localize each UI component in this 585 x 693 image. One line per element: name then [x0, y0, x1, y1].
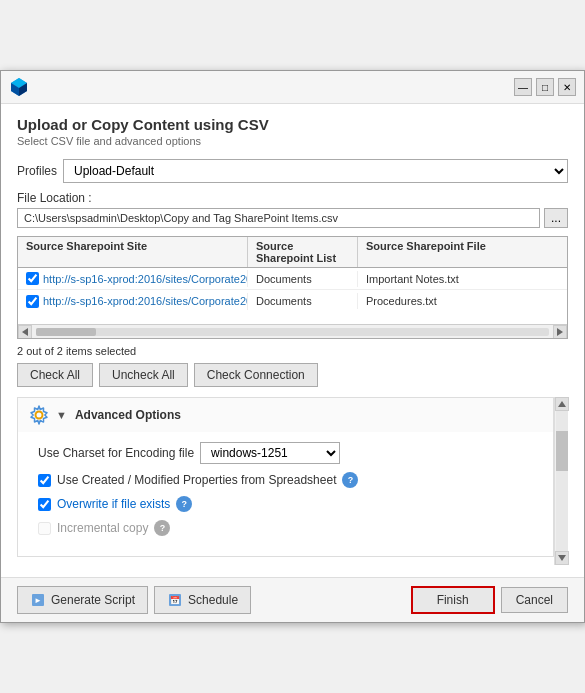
profiles-row: Profiles Upload-Default: [17, 159, 568, 183]
table-body: http://s-sp16-xprod:2016/sites/Corporate…: [18, 268, 567, 324]
charset-dropdown[interactable]: windows-1251: [200, 442, 340, 464]
main-window: — □ ✕ Upload or Copy Content using CSV S…: [0, 70, 585, 623]
overwrite-row: Overwrite if file exists ?: [38, 496, 533, 512]
items-table: Source Sharepoint Site Source Sharepoint…: [17, 236, 568, 339]
row1-list: Documents: [248, 271, 358, 287]
minimize-button[interactable]: —: [514, 78, 532, 96]
uncheck-all-button[interactable]: Uncheck All: [99, 363, 188, 387]
title-bar: — □ ✕: [1, 71, 584, 104]
generate-script-icon: ►: [30, 592, 46, 608]
browse-button[interactable]: ...: [544, 208, 568, 228]
title-bar-left: [9, 77, 29, 97]
advanced-header[interactable]: ▼ Advanced Options: [18, 398, 553, 432]
footer: ► Generate Script 📅 Schedule Finish Canc…: [1, 577, 584, 622]
table-header: Source Sharepoint Site Source Sharepoint…: [18, 237, 567, 268]
file-location-section: File Location : ...: [17, 191, 568, 228]
incremental-label: Incremental copy: [57, 521, 148, 535]
row1-file: Important Notes.txt: [358, 271, 567, 287]
row1-checkbox[interactable]: [26, 272, 39, 285]
content-area: Upload or Copy Content using CSV Select …: [1, 104, 584, 577]
advanced-title: Advanced Options: [75, 408, 181, 422]
check-connection-button[interactable]: Check Connection: [194, 363, 318, 387]
col-header-list: Source Sharepoint List: [248, 237, 358, 267]
incremental-checkbox[interactable]: [38, 522, 51, 535]
profiles-label: Profiles: [17, 164, 57, 178]
table-row: http://s-sp16-xprod:2016/sites/Corporate…: [18, 290, 567, 312]
scroll-left-button[interactable]: [18, 325, 32, 339]
use-created-checkbox[interactable]: [38, 474, 51, 487]
use-created-label: Use Created / Modified Properties from S…: [57, 473, 336, 487]
gear-icon: [28, 404, 50, 426]
generate-script-label: Generate Script: [51, 593, 135, 607]
file-location-label: File Location :: [17, 191, 568, 205]
svg-text:►: ►: [34, 596, 42, 605]
scroll-right-button[interactable]: [553, 325, 567, 339]
charset-row: Use Charset for Encoding file windows-12…: [38, 442, 533, 464]
advanced-section: ▼ Advanced Options Use Charset for Encod…: [17, 397, 554, 557]
scroll-track: [36, 328, 549, 336]
horizontal-scrollbar[interactable]: [18, 324, 567, 338]
profiles-dropdown[interactable]: Upload-Default: [63, 159, 568, 183]
svg-text:📅: 📅: [170, 595, 180, 605]
vertical-scrollbar[interactable]: [554, 397, 568, 565]
scroll-track-vertical: [556, 411, 568, 551]
page-subtitle: Select CSV file and advanced options: [17, 135, 568, 147]
check-all-button[interactable]: Check All: [17, 363, 93, 387]
cancel-button[interactable]: Cancel: [501, 587, 568, 613]
scroll-down-button[interactable]: [555, 551, 569, 565]
schedule-icon: 📅: [167, 592, 183, 608]
row2-list: Documents: [248, 293, 358, 309]
incremental-info-icon[interactable]: ?: [154, 520, 170, 536]
advanced-wrapper: ▼ Advanced Options Use Charset for Encod…: [17, 397, 568, 565]
charset-label: Use Charset for Encoding file: [38, 446, 194, 460]
scroll-thumb[interactable]: [36, 328, 96, 336]
collapse-icon: ▼: [56, 409, 67, 421]
row1-site: http://s-sp16-xprod:2016/sites/Corporate…: [18, 270, 248, 287]
advanced-body: Use Charset for Encoding file windows-12…: [18, 432, 553, 556]
row2-file: Procedures.txt: [358, 293, 567, 309]
overwrite-info-icon[interactable]: ?: [176, 496, 192, 512]
selected-info: 2 out of 2 items selected: [17, 345, 568, 357]
generate-script-button[interactable]: ► Generate Script: [17, 586, 148, 614]
close-button[interactable]: ✕: [558, 78, 576, 96]
scroll-up-button[interactable]: [555, 397, 569, 411]
svg-point-4: [36, 412, 43, 419]
use-created-row: Use Created / Modified Properties from S…: [38, 472, 533, 488]
file-path-input[interactable]: [17, 208, 540, 228]
scroll-thumb-vertical[interactable]: [556, 431, 568, 471]
table-row: http://s-sp16-xprod:2016/sites/Corporate…: [18, 268, 567, 290]
file-input-row: ...: [17, 208, 568, 228]
schedule-button[interactable]: 📅 Schedule: [154, 586, 251, 614]
overwrite-label: Overwrite if file exists: [57, 497, 170, 511]
row2-site: http://s-sp16-xprod:2016/sites/Corporate…: [18, 293, 248, 310]
schedule-label: Schedule: [188, 593, 238, 607]
col-header-site: Source Sharepoint Site: [18, 237, 248, 267]
maximize-button[interactable]: □: [536, 78, 554, 96]
title-bar-controls: — □ ✕: [514, 78, 576, 96]
incremental-row: Incremental copy ?: [38, 520, 533, 536]
row2-checkbox[interactable]: [26, 295, 39, 308]
col-header-file: Source Sharepoint File: [358, 237, 567, 267]
app-logo-icon: [9, 77, 29, 97]
finish-button[interactable]: Finish: [411, 586, 495, 614]
overwrite-checkbox[interactable]: [38, 498, 51, 511]
use-created-info-icon[interactable]: ?: [342, 472, 358, 488]
action-button-row: Check All Uncheck All Check Connection: [17, 363, 568, 387]
page-title: Upload or Copy Content using CSV: [17, 116, 568, 133]
